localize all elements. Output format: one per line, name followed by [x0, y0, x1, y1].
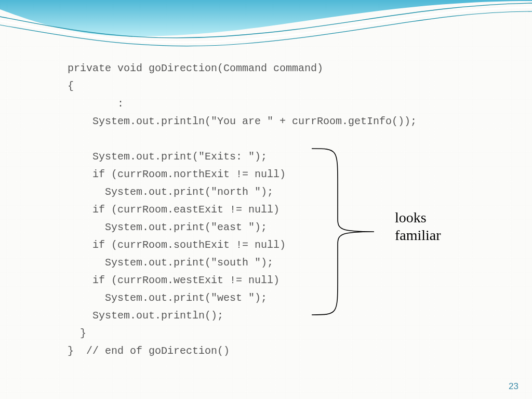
page-number: 23	[509, 381, 518, 392]
annotation-line2: familiar	[395, 227, 441, 244]
annotation-line1: looks	[395, 209, 441, 227]
annotation-label: looks familiar	[395, 209, 441, 244]
code-block: private void goDirection(Command command…	[68, 60, 417, 360]
